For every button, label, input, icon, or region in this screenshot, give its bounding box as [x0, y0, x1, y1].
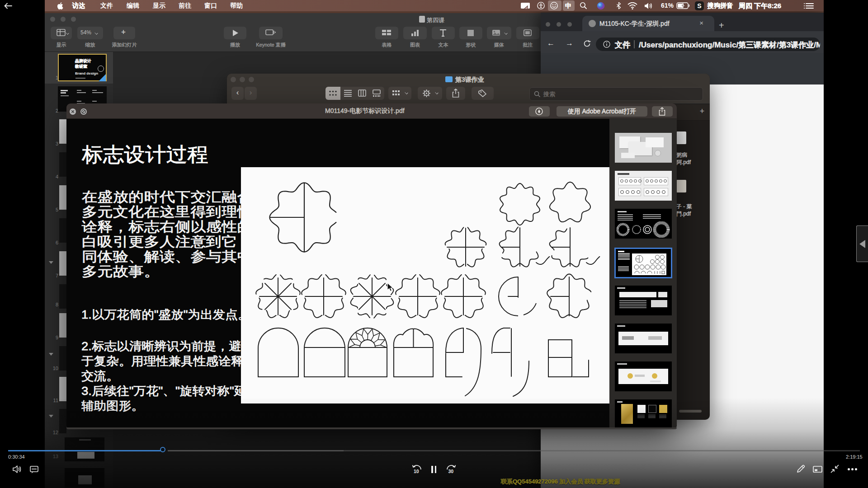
svg-text:30: 30 [448, 469, 454, 474]
svg-text:10: 10 [414, 469, 419, 474]
